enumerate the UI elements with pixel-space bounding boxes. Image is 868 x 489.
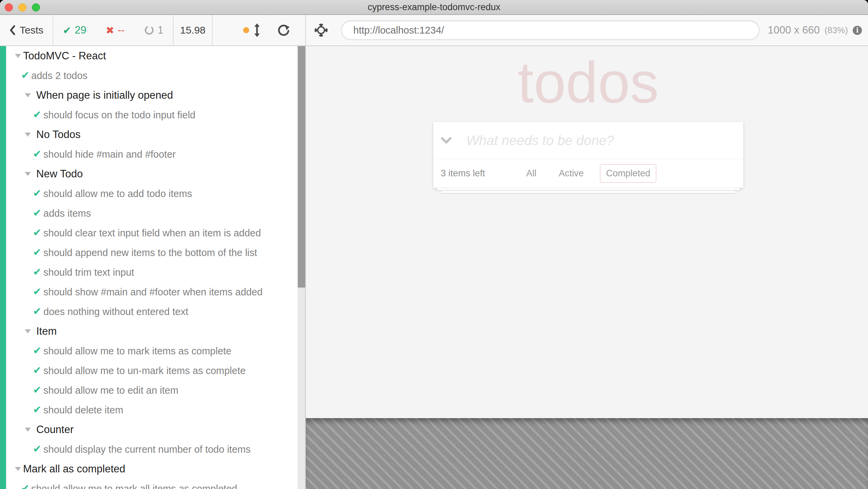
test-stats: ✔ 29 ✖ -- 1 [53, 15, 174, 45]
check-icon: ✔ [33, 227, 41, 238]
reporter-scrollbar-track[interactable] [298, 46, 305, 489]
info-icon: i [853, 26, 862, 35]
filter-completed[interactable]: Completed [600, 164, 656, 183]
todo-card: What needs to be done? 3 items left AllA… [433, 122, 743, 188]
check-icon: ✔ [33, 246, 41, 258]
test-row[interactable]: ✔should append new items to the bottom o… [0, 243, 298, 262]
test-row[interactable]: ✔should show #main and #footer when item… [0, 282, 298, 302]
todo-filters: AllActiveCompleted [433, 164, 743, 183]
titlebar: cypress-example-todomvc-redux [0, 0, 868, 15]
test-row[interactable]: ✔should clear text input field when an i… [0, 223, 298, 243]
test-label: should delete item [0, 405, 123, 416]
caret-down-icon [25, 329, 31, 333]
test-label: should allow me to add todo items [0, 188, 192, 199]
url-text: http://localhost:1234/ [353, 25, 444, 36]
stacked-sheet [441, 191, 736, 193]
app-window: cypress-example-todomvc-redux Tests ✔ 29… [0, 0, 868, 489]
reporter-header: Tests ✔ 29 ✖ -- 1 15.98 [0, 15, 306, 45]
passed-stat[interactable]: ✔ 29 [63, 24, 86, 36]
check-icon: ✔ [33, 404, 41, 415]
viewport-menu-button[interactable]: 1000 x 660 (83%) i [768, 24, 868, 36]
suite-row[interactable]: Mark all as completed [0, 459, 298, 479]
caret-down-icon [25, 428, 31, 432]
check-icon: ✔ [33, 109, 41, 120]
refresh-icon[interactable] [277, 24, 290, 37]
runner-header: http://localhost:1234/ 1000 x 660 (83%) … [306, 15, 868, 45]
reporter-controls [213, 15, 305, 45]
suite-label: No Todos [0, 129, 80, 141]
suite-row[interactable]: When page is initially opened [0, 85, 298, 105]
back-to-tests-button[interactable]: Tests [0, 15, 53, 45]
test-label: adds 2 todos [0, 70, 87, 81]
back-to-tests-label: Tests [20, 24, 43, 36]
test-row[interactable]: ✔should delete item [0, 400, 298, 420]
check-icon: ✔ [33, 345, 41, 356]
test-label: should allow me to edit an item [0, 385, 178, 396]
viewport-size: 1000 x 660 [768, 24, 820, 36]
suite-row[interactable]: Counter [0, 420, 298, 439]
caret-down-icon [15, 54, 21, 58]
pending-stat[interactable]: 1 [144, 24, 163, 36]
test-label: should hide #main and #footer [0, 149, 176, 160]
test-tree: TodoMVC - React✔adds 2 todosWhen page is… [0, 46, 298, 489]
aut-iframe: todos What needs to be done? 3 items lef… [306, 46, 868, 418]
check-icon: ✔ [21, 69, 29, 81]
pending-circle-icon [144, 25, 154, 35]
todo-footer: 3 items left AllActiveCompleted [433, 159, 743, 188]
test-row[interactable]: ✔does nothing without entered text [0, 302, 298, 321]
chevron-left-icon [9, 25, 16, 35]
check-icon: ✔ [33, 443, 41, 455]
test-row[interactable]: ✔should hide #main and #footer [0, 144, 298, 164]
runner-panel: todos What needs to be done? 3 items lef… [306, 46, 868, 489]
check-icon: ✔ [33, 286, 41, 297]
window-title: cypress-example-todomvc-redux [0, 0, 868, 14]
test-duration: 15.98 [174, 15, 213, 45]
new-todo-input[interactable]: What needs to be done? [466, 133, 614, 148]
test-row[interactable]: ✔should allow me to mark all items as co… [0, 479, 298, 489]
outside-viewport-stripes [306, 418, 868, 489]
arrows-up-down-icon[interactable] [253, 23, 261, 37]
test-row[interactable]: ✔adds items [0, 203, 298, 223]
toggle-all-chevron-down-icon[interactable] [441, 137, 452, 144]
test-row[interactable]: ✔should allow me to edit an item [0, 380, 298, 400]
failed-stat[interactable]: ✖ -- [106, 24, 125, 36]
test-row[interactable]: ✔should trim text input [0, 262, 298, 282]
test-label: should focus on the todo input field [0, 110, 195, 121]
test-label: does nothing without entered text [0, 306, 188, 317]
suite-row[interactable]: New Todo [0, 164, 298, 184]
todo-app-heading: todos [433, 54, 743, 111]
new-todo-row: What needs to be done? [433, 122, 743, 159]
reporter-scrollbar-thumb[interactable] [298, 46, 305, 288]
test-label: should allow me to mark all items as com… [0, 483, 237, 489]
stacked-sheet [437, 188, 740, 191]
url-input[interactable]: http://localhost:1234/ [341, 20, 760, 40]
test-row[interactable]: ✔should allow me to add todo items [0, 184, 298, 203]
suite-label: Counter [0, 424, 74, 436]
failed-count: -- [118, 24, 125, 36]
check-icon: ✔ [33, 266, 41, 278]
toolbar: Tests ✔ 29 ✖ -- 1 15.98 [0, 15, 868, 46]
selector-playground-icon[interactable] [315, 24, 328, 37]
suite-row[interactable]: Item [0, 321, 298, 341]
filter-all[interactable]: All [520, 164, 542, 183]
check-icon: ✔ [63, 24, 71, 36]
check-icon: ✔ [33, 187, 41, 199]
x-icon: ✖ [106, 24, 114, 36]
auto-scroll-dot-icon [243, 27, 249, 33]
test-row[interactable]: ✔should allow me to un-mark items as com… [0, 361, 298, 380]
caret-down-icon [25, 172, 31, 176]
test-row[interactable]: ✔should focus on the todo input field [0, 105, 298, 125]
check-icon: ✔ [33, 148, 41, 160]
check-icon: ✔ [33, 384, 41, 396]
suite-row[interactable]: No Todos [0, 125, 298, 144]
main-split: TodoMVC - React✔adds 2 todosWhen page is… [0, 46, 868, 489]
filter-active[interactable]: Active [553, 164, 590, 183]
test-row[interactable]: ✔should allow me to mark items as comple… [0, 341, 298, 361]
reporter-panel: TodoMVC - React✔adds 2 todosWhen page is… [0, 46, 306, 489]
caret-down-icon [25, 133, 31, 137]
suite-row[interactable]: TodoMVC - React [0, 46, 298, 66]
test-row[interactable]: ✔should display the current number of to… [0, 439, 298, 459]
test-row[interactable]: ✔adds 2 todos [0, 66, 298, 85]
test-label: should trim text input [0, 267, 134, 278]
caret-down-icon [25, 93, 31, 97]
